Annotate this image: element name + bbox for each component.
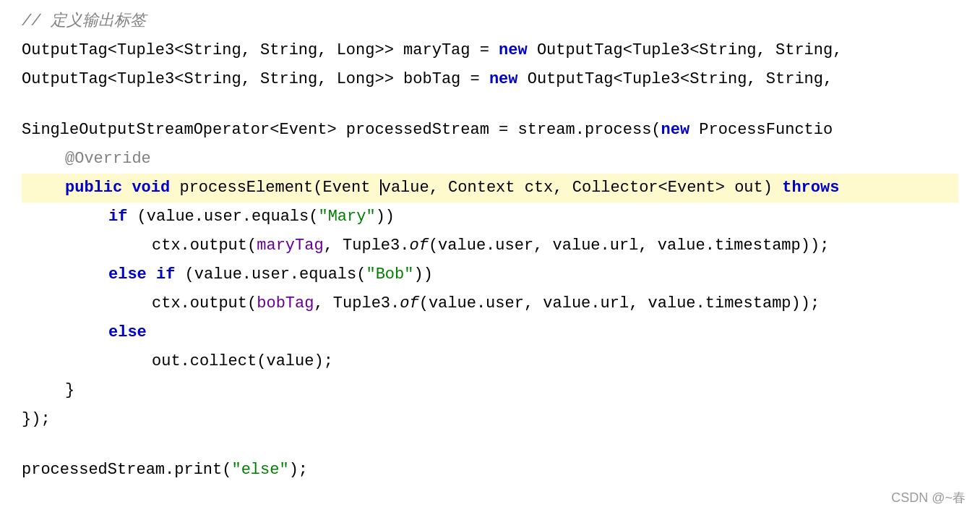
string-mary: "Mary" xyxy=(318,208,375,226)
line-close-paren: }); xyxy=(22,405,958,434)
code-container: // 定义输出标签 OutputTag<Tuple3<String, Strin… xyxy=(0,0,980,515)
keyword-new3: new xyxy=(661,121,690,139)
code-text: ctx.output( xyxy=(152,237,257,255)
code-text: (value.user, value.url, value.timestamp)… xyxy=(419,294,820,312)
keyword-else-if: else if xyxy=(108,265,175,284)
code-text: ProcessFunctio xyxy=(689,121,833,139)
code-text: SingleOutputStreamOperator<Event> proces… xyxy=(22,121,661,139)
line-close-brace: } xyxy=(22,376,958,405)
code-text: (value.user.equals( xyxy=(175,265,366,284)
line-else-if-bob: else if (value.user.equals("Bob")) xyxy=(22,260,958,289)
code-text: OutputTag<Tuple3<String, String, Long>> … xyxy=(22,41,499,59)
code-text: processedStream.print( xyxy=(22,461,231,479)
code-text: (value.user, value.url, value.timestamp)… xyxy=(429,237,830,255)
code-text: , Tuple3. xyxy=(314,294,400,312)
line-ctx-mary: ctx.output(maryTag, Tuple3.of(value.user… xyxy=(22,231,958,260)
line-outputtag-bob: OutputTag<Tuple3<String, String, Long>> … xyxy=(22,65,958,94)
line-process-element: public void processElement(Event value, … xyxy=(22,174,958,203)
keyword-if: if xyxy=(108,208,127,226)
empty-line-2 xyxy=(22,434,958,456)
code-text: OutputTag<Tuple3<String, String, Long>> … xyxy=(22,70,489,88)
string-else: "else" xyxy=(231,461,288,479)
comment-text: // 定义输出标签 xyxy=(22,12,146,30)
code-text: OutputTag<Tuple3<String, String, xyxy=(518,70,833,88)
code-text: )) xyxy=(376,208,395,226)
code-text: , Tuple3. xyxy=(324,237,410,255)
code-block: // 定义输出标签 OutputTag<Tuple3<String, Strin… xyxy=(0,7,980,485)
keyword-new: new xyxy=(499,41,528,59)
code-text: }); xyxy=(22,410,51,428)
code-text: out.collect(value); xyxy=(152,352,333,370)
line-ctx-bob: ctx.output(bobTag, Tuple3.of(value.user,… xyxy=(22,289,958,318)
empty-line-1 xyxy=(22,94,958,116)
keyword-throws: throws xyxy=(782,179,839,197)
line-print-else: processedStream.print("else"); xyxy=(22,456,958,485)
line-override: @Override xyxy=(22,145,958,174)
code-text: ctx.output( xyxy=(152,294,257,312)
annotation-override: @Override xyxy=(65,150,151,168)
var-bobtag: bobTag xyxy=(257,294,314,312)
line-single-output: SingleOutputStreamOperator<Event> proces… xyxy=(22,116,958,145)
code-text: } xyxy=(65,381,74,399)
code-text xyxy=(122,179,132,197)
code-text: ); xyxy=(289,461,308,479)
method-of2: of xyxy=(400,294,418,312)
line-outputtag-mary: OutputTag<Tuple3<String, String, Long>> … xyxy=(22,36,958,65)
code-text: OutputTag<Tuple3<String, String, xyxy=(528,41,843,59)
keyword-public: public xyxy=(65,179,122,197)
method-of: of xyxy=(409,237,428,255)
keyword-else: else xyxy=(108,323,147,341)
line-out-collect: out.collect(value); xyxy=(22,347,958,376)
line-comment: // 定义输出标签 xyxy=(22,7,958,36)
keyword-new2: new xyxy=(489,70,518,88)
line-else: else xyxy=(22,318,958,347)
string-bob: "Bob" xyxy=(366,265,413,284)
var-marytag: maryTag xyxy=(257,237,323,255)
code-text: value, Context ctx, Collector<Event> out… xyxy=(382,179,783,197)
code-text: (value.user.equals( xyxy=(127,208,318,226)
line-if-mary: if (value.user.equals("Mary")) xyxy=(22,203,958,231)
watermark: CSDN @~春 xyxy=(891,489,966,506)
code-text: )) xyxy=(413,265,432,284)
code-text: processElement(Event xyxy=(170,179,379,197)
keyword-void: void xyxy=(132,179,170,197)
